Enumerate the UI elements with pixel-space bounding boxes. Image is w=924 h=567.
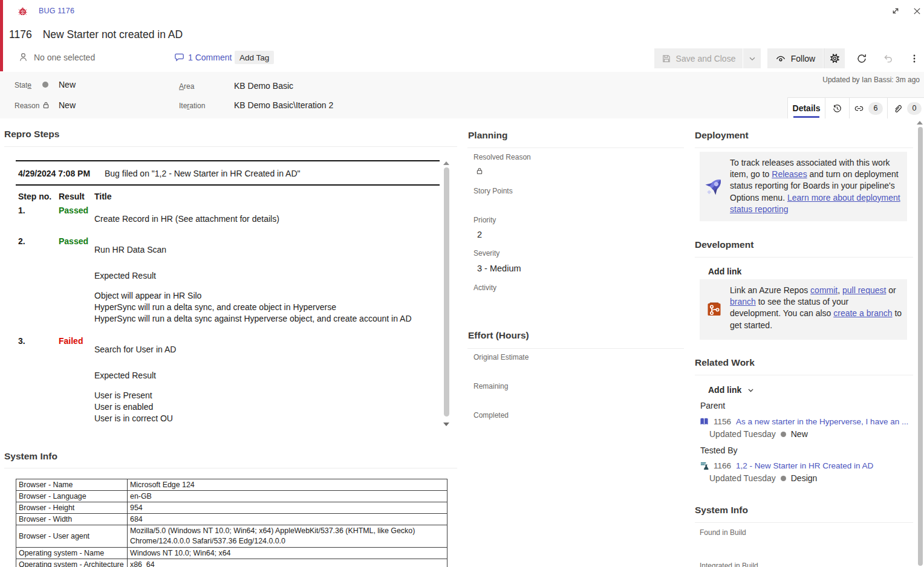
table-row: Browser - Languageen-GB xyxy=(16,491,447,502)
tab-links[interactable]: 6 xyxy=(850,98,888,118)
rich-text: To track releases associated with this w… xyxy=(730,158,890,167)
page-scrollbar[interactable] xyxy=(916,118,924,567)
bug-icon xyxy=(18,7,27,16)
toolbar: No one selected 1 Comment Add Tag Save a… xyxy=(0,48,924,68)
refresh-button[interactable] xyxy=(852,48,871,68)
related-item-link[interactable]: 1,2 - New Starter in HR Created in AD xyxy=(736,461,873,470)
related-item-state: Design xyxy=(791,473,818,483)
repro-date: 4/29/2024 7:08 PM xyxy=(18,169,90,178)
step-result: Passed xyxy=(59,236,88,247)
workitem-type-row: BUG 1176 xyxy=(18,6,74,16)
assignee-label: No one selected xyxy=(34,53,95,62)
reason-label: Reason xyxy=(15,102,39,110)
repro-col-step: Step no. xyxy=(18,191,51,202)
repro-col-title: Title xyxy=(94,191,112,202)
inline-link[interactable]: status reporting xyxy=(730,204,789,214)
related-add-link-button[interactable]: Add link xyxy=(708,385,755,395)
inline-link[interactable]: create a branch xyxy=(833,308,892,318)
story-points-label: Story Points xyxy=(473,187,513,195)
scroll-down-arrow-icon[interactable] xyxy=(443,423,449,426)
development-add-link-button[interactable]: Add link xyxy=(708,267,741,276)
undo-icon xyxy=(883,53,894,64)
tested-by-work-item-meta: Updated Tuesday Design xyxy=(709,473,817,483)
tested-by-work-item-row[interactable]: 1166 1,2 - New Starter in HR Created in … xyxy=(700,461,913,470)
history-icon xyxy=(832,103,842,114)
repro-filed-text: Bug filed on "1,2 - New Starter in HR Cr… xyxy=(105,169,301,178)
development-heading: Development xyxy=(695,239,753,250)
priority-value[interactable]: 2 xyxy=(477,230,482,239)
save-options-dropdown-button[interactable] xyxy=(743,48,761,68)
repos-icon xyxy=(704,300,724,319)
inline-link[interactable]: commit xyxy=(810,285,838,295)
iteration-label: Iteration xyxy=(179,102,205,110)
workitem-title[interactable]: New Starter not created in AD xyxy=(43,28,183,41)
inline-link[interactable]: branch xyxy=(730,297,756,306)
tab-details[interactable]: Details xyxy=(788,98,825,118)
iteration-value[interactable]: KB Demo Basic\Iteration 2 xyxy=(234,100,333,110)
rich-text-line: Options menu. Learn more about deploymen… xyxy=(730,192,904,204)
inline-link[interactable]: Releases xyxy=(772,169,807,179)
table-row: Browser - Width684 xyxy=(16,514,447,525)
activity-label: Activity xyxy=(473,284,496,292)
rich-text: development. You can also xyxy=(730,308,833,318)
add-tag-button[interactable]: Add Tag xyxy=(235,51,274,64)
table-row: Operating system - Architecturex86_64 xyxy=(16,559,447,567)
repro-date-row: 4/29/2024 7:08 PM Bug filed on "1,2 - Ne… xyxy=(18,168,301,180)
step-expected-label: Expected Result xyxy=(94,270,156,282)
rich-text: to see the status of your xyxy=(756,297,848,306)
assignee-button[interactable]: No one selected xyxy=(18,52,95,62)
undo-button[interactable] xyxy=(879,48,898,68)
save-and-close-button[interactable]: Save and Close xyxy=(654,48,743,68)
tab-attachments[interactable]: 0 xyxy=(888,98,924,118)
related-work-divider xyxy=(695,375,913,375)
expand-icon xyxy=(891,6,900,16)
scroll-up-arrow-icon[interactable] xyxy=(917,121,923,125)
test-case-icon xyxy=(700,461,709,470)
step-title: Search for User in AD xyxy=(94,344,176,355)
related-work-heading: Related Work xyxy=(695,357,755,368)
state-value[interactable]: New xyxy=(59,80,76,89)
more-actions-button[interactable] xyxy=(905,48,924,68)
scroll-up-arrow-icon[interactable] xyxy=(443,161,449,165)
follow-button[interactable]: Follow xyxy=(767,48,823,68)
rich-text: or xyxy=(886,285,896,295)
inline-link[interactable]: pull request xyxy=(842,285,886,295)
repro-header-border xyxy=(16,184,440,186)
deployment-infobox: To track releases associated with this w… xyxy=(700,152,907,221)
rich-text-line: status reporting xyxy=(730,204,904,215)
integrated-in-build-label: Integrated in Build xyxy=(700,562,758,567)
repro-steps-editor[interactable]: 4/29/2024 7:08 PM Bug filed on "1,2 - Ne… xyxy=(16,160,440,429)
inline-link[interactable]: Learn more about deployment xyxy=(787,193,900,202)
rich-text-line: get started. xyxy=(730,320,904,331)
area-value[interactable]: KB Demo Basic xyxy=(234,81,293,91)
rich-text: get started. xyxy=(730,320,772,330)
attachments-count-badge: 0 xyxy=(907,102,922,115)
chevron-down-icon xyxy=(748,54,756,63)
step-number: 1. xyxy=(18,205,25,216)
workitem-type-label: BUG 1176 xyxy=(39,7,74,15)
severity-value[interactable]: 3 - Medium xyxy=(477,264,521,273)
save-and-close-label: Save and Close xyxy=(676,54,736,63)
related-item-link[interactable]: As a new starter in the Hyperverse, I ha… xyxy=(736,417,908,426)
step-expected-line: HyperSync will run a delta sync against … xyxy=(94,313,412,325)
development-infobox-text: Link an Azure Repos commit, pull request… xyxy=(730,285,904,331)
expand-button[interactable] xyxy=(890,5,902,17)
repro-steps-scrollbar[interactable] xyxy=(442,160,451,429)
page-scrollbar-thumb[interactable] xyxy=(918,127,923,566)
table-row: Operating system - NameWindows NT 10.0; … xyxy=(16,548,447,559)
close-button[interactable] xyxy=(911,5,923,17)
resolved-reason-label: Resolved Reason xyxy=(473,153,531,161)
system-info-table: Browser - NameMicrosoft Edge 124 Browser… xyxy=(16,479,447,567)
parent-work-item-row[interactable]: 1156 As a new starter in the Hyperverse,… xyxy=(700,417,913,426)
step-result: Failed xyxy=(59,335,83,347)
severity-label: Severity xyxy=(473,249,499,258)
planning-heading: Planning xyxy=(468,130,507,141)
comments-link[interactable]: 1 Comment xyxy=(174,52,232,62)
deployment-divider xyxy=(695,147,913,148)
tab-history[interactable] xyxy=(825,98,850,118)
settings-button[interactable] xyxy=(824,48,845,68)
step-expected-label: Expected Result xyxy=(94,370,156,381)
repro-scrollbar-thumb[interactable] xyxy=(444,167,449,416)
state-dot xyxy=(781,476,786,481)
person-icon xyxy=(18,52,28,62)
